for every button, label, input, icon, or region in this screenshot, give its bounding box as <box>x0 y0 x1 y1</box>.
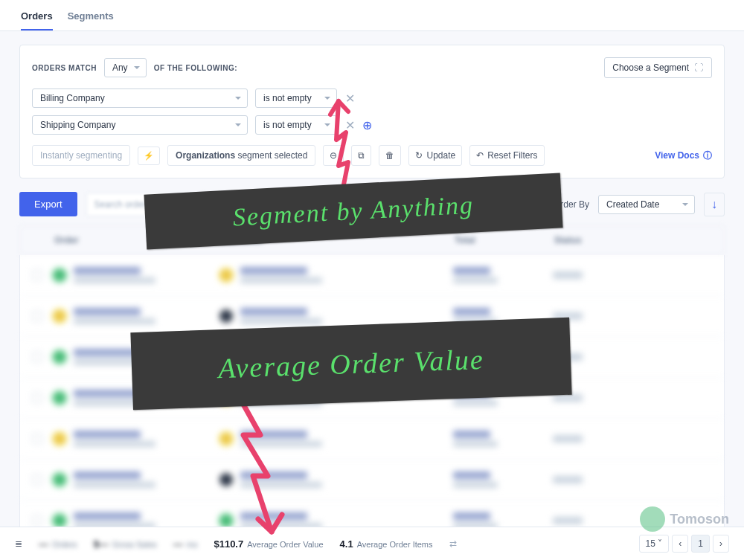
tab-orders[interactable]: Orders <box>21 10 53 30</box>
list-icon: ≣ <box>15 538 22 549</box>
view-docs-label: View Docs <box>655 150 699 161</box>
avg-order-items-lbl: Average Order Items <box>357 540 433 549</box>
choose-segment-label: Choose a Segment <box>612 62 689 73</box>
sort-direction-button[interactable]: ↓ <box>704 193 725 216</box>
metric-avg-order-items: 4.1Average Order Items <box>340 538 433 550</box>
watermark: Tomoson <box>640 506 729 532</box>
info-icon: ⓘ <box>703 149 712 162</box>
current-page[interactable]: 1 <box>691 535 710 553</box>
selected-segment: Organizations segment selected <box>167 145 315 166</box>
reset-filters-label: Reset Filters <box>487 150 537 161</box>
metric-items: —ms <box>173 538 198 550</box>
export-button[interactable]: Export <box>19 192 77 216</box>
selected-segment-suffix: segment selected <box>235 150 307 161</box>
annotation-average-order-value: Average Order Value <box>130 318 571 411</box>
table-row[interactable] <box>20 255 724 296</box>
shuffle-icon[interactable]: ⇄ <box>449 538 457 549</box>
avg-order-items-val: 4.1 <box>340 538 353 550</box>
expand-icon: ⛶ <box>693 62 704 73</box>
th-status: Status <box>554 235 712 245</box>
watermark-text: Tomoson <box>670 512 729 527</box>
choose-segment-button[interactable]: Choose a Segment ⛶ <box>604 57 712 78</box>
th-total: Total <box>455 235 544 245</box>
view-docs-link[interactable]: View Docs ⓘ <box>655 149 712 162</box>
match-prefix: ORDERS MATCH <box>32 64 97 72</box>
metric-gross: $—Gross Sales <box>94 538 157 550</box>
table-row[interactable] <box>20 460 724 501</box>
update-button-label: Update <box>426 150 455 161</box>
tomoson-logo-icon <box>640 506 665 532</box>
arrow-icon <box>227 394 331 550</box>
page-size-select[interactable]: 15 ˅ <box>639 535 670 553</box>
order-by-select[interactable]: Created Date <box>598 195 695 214</box>
selected-segment-name: Organizations <box>176 150 235 161</box>
filter-field-select[interactable]: Billing Company <box>32 88 248 108</box>
undo-icon: ↶ <box>476 150 484 161</box>
footer-metrics: ≣ — Orders $—Gross Sales —ms $110.7Avera… <box>0 527 744 560</box>
metric-orders: — Orders <box>39 538 77 550</box>
page-tabs: Orders Segments <box>0 0 744 31</box>
match-any-select[interactable]: Any <box>104 58 147 77</box>
reset-filters-button[interactable]: ↶Reset Filters <box>469 145 544 166</box>
table-row[interactable] <box>20 419 724 460</box>
pagination: 15 ˅ ‹ 1 › <box>639 535 729 553</box>
match-row: ORDERS MATCH Any OF THE FOLLOWING: Choos… <box>32 57 712 78</box>
match-suffix: OF THE FOLLOWING: <box>154 64 237 72</box>
next-page-button[interactable]: › <box>713 535 729 553</box>
segmenting-status: Instantly segmenting <box>32 145 130 166</box>
segmenting-status-label: Instantly segmenting <box>40 150 122 161</box>
tab-segments[interactable]: Segments <box>68 10 114 30</box>
filter-field-select[interactable]: Shipping Company <box>32 115 248 135</box>
bolt-icon[interactable]: ⚡ <box>138 147 160 165</box>
prev-page-button[interactable]: ‹ <box>672 535 688 553</box>
